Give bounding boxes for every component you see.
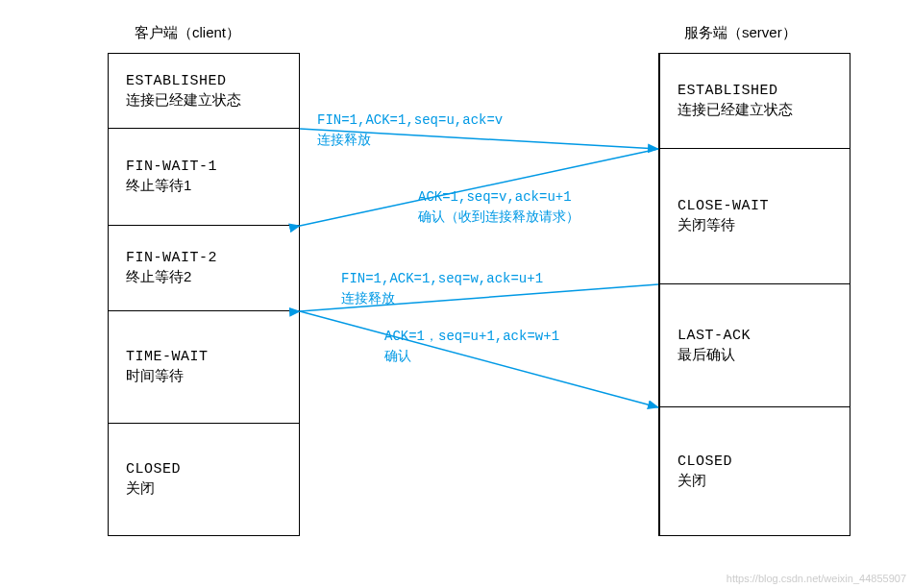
server-header: 服务端（server） [684,24,797,42]
state-code: TIME-WAIT [126,349,282,365]
state-label: 连接已经建立状态 [678,101,832,119]
watermark: https://blog.csdn.net/weixin_44855907 [727,573,906,584]
client-state-closed: CLOSED 关闭 [108,424,300,536]
state-code: CLOSE-WAIT [678,198,832,214]
msg-desc: 连接释放 [341,290,395,306]
state-label: 关闭 [678,472,832,490]
client-state-timewait: TIME-WAIT 时间等待 [108,311,300,424]
msg-flags: ACK=1,seq=v,ack=u+1 [418,189,572,205]
client-column: ESTABLISHED 连接已经建立状态 FIN-WAIT-1 终止等待1 FI… [108,53,300,536]
state-code: ESTABLISHED [678,83,832,99]
state-label: 连接已经建立状态 [126,91,282,110]
state-label: 时间等待 [126,367,282,385]
server-state-established: ESTABLISHED 连接已经建立状态 [658,53,850,149]
msg-desc: 确认 [384,348,411,363]
state-label: 终止等待1 [126,177,282,195]
state-code: ESTABLISHED [126,73,282,89]
state-code: FIN-WAIT-1 [126,159,282,175]
server-state-closewait: CLOSE-WAIT 关闭等待 [658,149,850,284]
msg-ack-1: ACK=1,seq=v,ack=u+1 确认（收到连接释放请求） [418,187,579,226]
msg-desc: 确认（收到连接释放请求） [418,208,579,224]
state-label: 关闭 [126,479,282,498]
client-header: 客户端（client） [135,24,240,42]
state-label: 终止等待2 [126,268,282,286]
client-state-established: ESTABLISHED 连接已经建立状态 [108,53,300,129]
msg-flags: FIN=1,ACK=1,seq=u,ack=v [317,112,503,128]
msg-flags: ACK=1，seq=u+1,ack=w+1 [384,329,559,344]
client-state-finwait1: FIN-WAIT-1 终止等待1 [108,129,300,226]
client-state-finwait2: FIN-WAIT-2 终止等待2 [108,226,300,311]
state-label: 最后确认 [678,346,832,364]
msg-desc: 连接释放 [317,132,371,147]
state-code: CLOSED [126,461,282,478]
state-code: LAST-ACK [678,328,832,344]
state-code: CLOSED [678,453,832,470]
state-label: 关闭等待 [678,216,832,234]
state-code: FIN-WAIT-2 [126,250,282,266]
server-state-lastack: LAST-ACK 最后确认 [658,284,850,407]
msg-fin-2: FIN=1,ACK=1,seq=w,ack=u+1 连接释放 [341,269,543,307]
msg-fin-1: FIN=1,ACK=1,seq=u,ack=v 连接释放 [317,110,503,149]
server-column: ESTABLISHED 连接已经建立状态 CLOSE-WAIT 关闭等待 LAS… [658,53,850,536]
msg-flags: FIN=1,ACK=1,seq=w,ack=u+1 [341,271,543,286]
server-state-closed: CLOSED 关闭 [658,407,850,536]
msg-ack-2: ACK=1，seq=u+1,ack=w+1 确认 [384,327,559,365]
